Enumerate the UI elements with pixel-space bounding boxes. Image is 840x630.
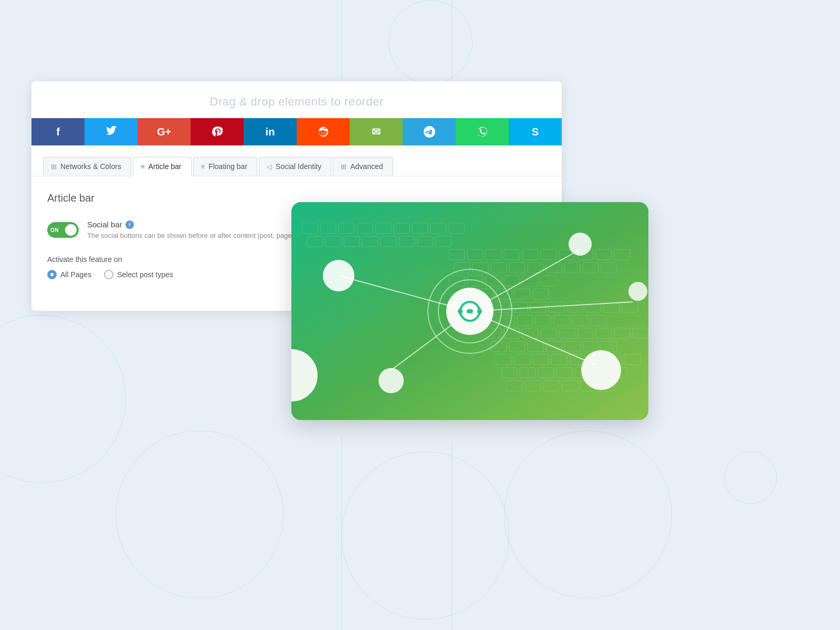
tab-advanced-label: Advanced bbox=[350, 162, 383, 171]
toggle-on-label: ON bbox=[50, 227, 59, 233]
whatsapp-button[interactable] bbox=[456, 118, 509, 145]
tab-advanced-icon: ⊞ bbox=[341, 163, 346, 171]
bg-circle-6 bbox=[724, 452, 777, 504]
googleplus-button[interactable]: G+ bbox=[138, 118, 191, 145]
radio-select-post-types-circle bbox=[104, 270, 113, 279]
info-icon[interactable]: i bbox=[125, 220, 134, 229]
drag-drop-header: Drag & drop elements to reorder bbox=[32, 81, 562, 118]
twitter-button[interactable] bbox=[85, 118, 138, 145]
bg-circle-4 bbox=[341, 452, 509, 620]
tab-article-bar[interactable]: ≡ Article bar bbox=[133, 157, 192, 176]
svg-point-111 bbox=[628, 282, 647, 301]
svg-point-110 bbox=[581, 350, 621, 390]
bg-circle-5 bbox=[504, 430, 672, 598]
svg-point-109 bbox=[569, 233, 592, 256]
tab-floating-label: Floating bar bbox=[208, 162, 247, 171]
skype-button[interactable]: S bbox=[509, 118, 562, 145]
tab-article-label: Article bar bbox=[149, 162, 182, 171]
bg-circle-1 bbox=[0, 315, 126, 483]
pinterest-button[interactable] bbox=[191, 118, 244, 145]
tab-networks-label: Networks & Colors bbox=[60, 162, 121, 171]
toggle-knob bbox=[65, 224, 77, 236]
social-bar-toggle[interactable]: ON bbox=[47, 222, 79, 238]
toggle-title: Social bar i bbox=[87, 220, 318, 229]
tab-social-label: Social Identity bbox=[276, 162, 321, 171]
social-network-bar: f G+ in ✉ S bbox=[32, 118, 562, 145]
radio-select-post-types-label: Select post types bbox=[117, 270, 173, 279]
tab-floating-icon: ≡ bbox=[201, 163, 205, 171]
facebook-button[interactable]: f bbox=[32, 118, 85, 145]
tab-networks-colors[interactable]: ⊞ Networks & Colors bbox=[43, 157, 131, 176]
telegram-button[interactable] bbox=[403, 118, 456, 145]
svg-point-108 bbox=[379, 368, 404, 393]
tab-social-icon: ◁ bbox=[267, 163, 272, 171]
tab-social-identity[interactable]: ◁ Social Identity bbox=[259, 157, 331, 176]
radio-select-post-types[interactable]: Select post types bbox=[104, 270, 173, 279]
reddit-button[interactable] bbox=[297, 118, 350, 145]
svg-point-107 bbox=[323, 260, 354, 291]
email-button[interactable]: ✉ bbox=[350, 118, 403, 145]
radio-all-pages-label: All Pages bbox=[60, 270, 91, 279]
green-social-card bbox=[291, 202, 648, 420]
radio-all-pages[interactable]: All Pages bbox=[47, 270, 91, 279]
tab-advanced[interactable]: ⊞ Advanced bbox=[333, 157, 393, 176]
svg-rect-118 bbox=[467, 309, 473, 313]
radio-all-pages-circle bbox=[47, 270, 57, 279]
tab-article-icon: ≡ bbox=[141, 163, 145, 171]
toggle-description: The social buttons can be shown before o… bbox=[87, 232, 318, 239]
toggle-label-text: Social bar bbox=[87, 220, 122, 229]
bg-circle-2 bbox=[116, 430, 284, 598]
tabs-row: ⊞ Networks & Colors ≡ Article bar ≡ Floa… bbox=[32, 145, 562, 176]
tab-floating-bar[interactable]: ≡ Floating bar bbox=[193, 157, 258, 176]
linkedin-button[interactable]: in bbox=[244, 118, 297, 145]
toggle-text: Social bar i The social buttons can be s… bbox=[87, 220, 318, 239]
tab-networks-icon: ⊞ bbox=[51, 163, 57, 171]
bg-circle-3 bbox=[388, 0, 472, 84]
